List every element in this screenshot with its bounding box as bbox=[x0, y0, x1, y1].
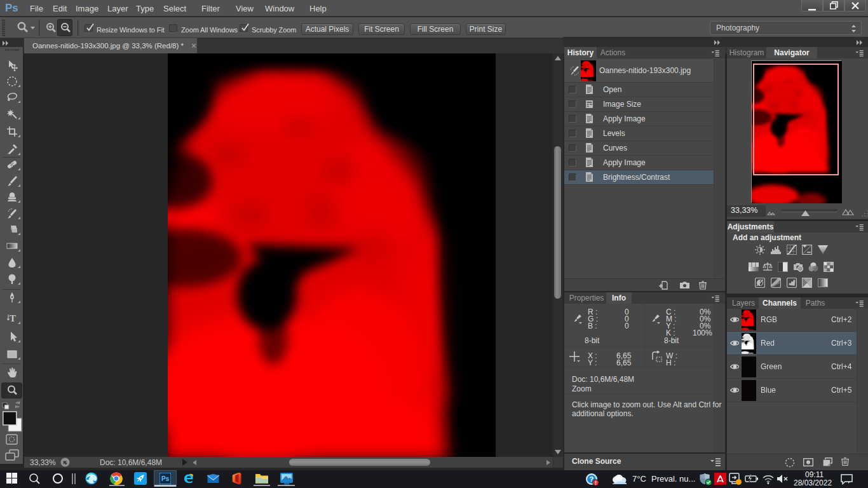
svg-text:T: T bbox=[10, 313, 16, 323]
svg-text:Ps: Ps bbox=[161, 475, 170, 482]
